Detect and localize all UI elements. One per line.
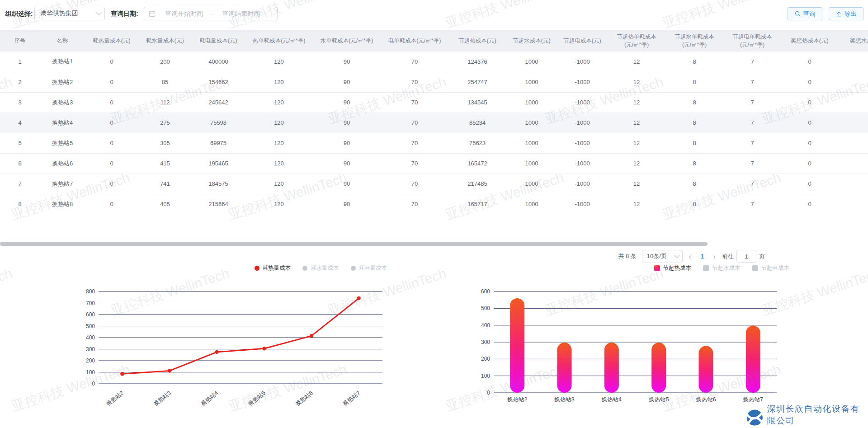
- legend-item[interactable]: 耗水量成本: [302, 264, 339, 272]
- column-header: 热单耗成本(元/㎡*季): [245, 30, 313, 52]
- table-cell: 0: [781, 52, 838, 72]
- table-cell: 5: [0, 133, 40, 153]
- legend-label: 节超热成本: [663, 264, 692, 272]
- table-cell: 8: [665, 113, 723, 133]
- calendar-icon: [149, 10, 156, 17]
- svg-text:400: 400: [86, 334, 95, 341]
- table-cell: 217485: [448, 174, 506, 194]
- legend-dot-icon: [351, 266, 356, 271]
- svg-text:300: 300: [481, 339, 490, 345]
- table-cell: 90: [313, 133, 381, 153]
- svg-text:300: 300: [86, 346, 95, 353]
- column-header: 名称: [40, 30, 85, 52]
- page: 组织选择: 港华供热集团 查询日期: - 查询 导出 序号名称耗热量成本(元)耗…: [0, 0, 868, 428]
- svg-text:换热站5: 换热站5: [649, 396, 669, 403]
- column-header: 节超电成本(元): [557, 30, 608, 52]
- table-row[interactable]: 6换热站6041519546512090701654721000-1000128…: [0, 153, 868, 174]
- table-cell: 8: [665, 194, 723, 214]
- table-cell: 0: [85, 52, 138, 72]
- table-cell: 12: [608, 194, 665, 214]
- table-cell: -1000: [557, 194, 608, 214]
- legend-label: 耗电量成本: [359, 264, 387, 272]
- table-cell: 75623: [448, 133, 506, 153]
- horizontal-scrollbar: [0, 242, 868, 246]
- org-select[interactable]: 港华供热集团: [34, 7, 105, 20]
- table-cell: [838, 72, 868, 92]
- svg-text:换热站3: 换热站3: [152, 390, 172, 407]
- table-cell: 70: [381, 52, 448, 72]
- table-cell: 70: [381, 174, 448, 194]
- table-cell: 90: [313, 92, 381, 113]
- saving-cost-bar-chart: 节超热成本节超水成本节超电成本 0100200300400500600换热站2换…: [479, 263, 796, 413]
- date-end-input[interactable]: [214, 10, 268, 17]
- column-header: 节超水单耗成本(元/㎡*季): [665, 30, 723, 52]
- svg-text:换热站4: 换热站4: [200, 390, 220, 407]
- table-cell: 405: [138, 194, 192, 214]
- table-cell: 换热站1: [40, 52, 85, 72]
- legend-item[interactable]: 节超电成本: [752, 264, 790, 272]
- heat-cost-line-chart: 耗热量成本耗水量成本耗电量成本 010020030040050060070080…: [77, 263, 393, 413]
- svg-text:500: 500: [86, 323, 95, 329]
- table-cell: 7: [723, 174, 781, 194]
- table-row[interactable]: 5换热站50305699751209070756231000-100012870: [0, 133, 868, 153]
- pagination-total: 共 8 条: [618, 252, 636, 260]
- column-header: 奖惩水成本(元): [838, 30, 868, 52]
- line-chart-plot: 0100200300400500600700800换热站2换热站3换热站4换热站…: [77, 273, 393, 412]
- date-start-input[interactable]: [157, 10, 211, 17]
- table-cell: 7: [723, 72, 781, 92]
- table-cell: 0: [85, 113, 138, 133]
- svg-text:换热站3: 换热站3: [554, 396, 575, 403]
- table-cell: 154662: [192, 72, 245, 92]
- goto-page: 前往页: [722, 250, 765, 263]
- table-cell: 90: [313, 72, 381, 92]
- legend-item[interactable]: 节超热成本: [654, 264, 692, 272]
- query-button[interactable]: 查询: [788, 7, 822, 20]
- table-cell: 8: [665, 72, 723, 92]
- next-page-button[interactable]: ›: [712, 253, 717, 260]
- table-row[interactable]: 4换热站40275755981209070852341000-100012870: [0, 113, 868, 133]
- table-cell: 12: [608, 92, 665, 113]
- legend-square-icon: [703, 265, 709, 271]
- table-cell: 8: [665, 174, 723, 194]
- current-page-button[interactable]: 1: [698, 253, 707, 260]
- table-cell: 7: [723, 113, 781, 133]
- date-range-label: 查询日期:: [111, 10, 138, 18]
- table-cell: 2: [0, 72, 40, 92]
- table-cell: 70: [381, 72, 448, 92]
- svg-text:换热站7: 换热站7: [342, 390, 362, 407]
- horizontal-scrollbar-thumb[interactable]: [0, 242, 708, 246]
- table-row[interactable]: 3换热站3011224564212090701345451000-1000128…: [0, 92, 868, 113]
- table-cell: 0: [85, 194, 138, 214]
- prev-page-button[interactable]: ‹: [688, 253, 693, 260]
- table-cell: 8: [0, 194, 40, 214]
- table-row[interactable]: 1换热站1020040000012090701243761000-1000128…: [0, 52, 868, 72]
- svg-text:500: 500: [481, 305, 490, 311]
- page-size-select[interactable]: 10条/页: [642, 250, 683, 263]
- date-range-picker[interactable]: -: [144, 7, 278, 20]
- legend-item[interactable]: 耗电量成本: [351, 264, 387, 272]
- table-cell: [838, 113, 868, 133]
- legend-item[interactable]: 节超水成本: [703, 264, 741, 272]
- table-cell: 112: [138, 92, 192, 113]
- table-row[interactable]: 8换热站8040521566412090701657171000-1000128…: [0, 194, 868, 214]
- table-cell: 12: [608, 153, 665, 174]
- table-cell: 0: [781, 194, 838, 214]
- legend-item[interactable]: 耗热量成本: [255, 264, 291, 272]
- company-name-cn: 深圳长欣自动化设备有限公司: [767, 403, 868, 427]
- table-cell: [838, 92, 868, 113]
- table-cell: 0: [781, 174, 838, 194]
- table-cell: -1000: [557, 52, 608, 72]
- table-cell: 换热站4: [40, 113, 85, 133]
- table-cell: 120: [245, 72, 313, 92]
- legend-dot-icon: [255, 266, 259, 271]
- legend-label: 耗热量成本: [263, 264, 291, 272]
- table-cell: 245642: [192, 92, 245, 113]
- table-cell: 90: [313, 113, 381, 133]
- table-cell: 换热站3: [40, 92, 85, 113]
- table-row[interactable]: 2换热站208515466212090702547471000-10001287…: [0, 72, 868, 92]
- export-button[interactable]: 导出: [829, 7, 863, 20]
- goto-page-input[interactable]: [736, 250, 756, 263]
- table-row[interactable]: 7换热站7074118457512090702174851000-1000128…: [0, 174, 868, 194]
- column-header: 耗热量成本(元): [85, 30, 138, 52]
- svg-text:100: 100: [481, 373, 490, 379]
